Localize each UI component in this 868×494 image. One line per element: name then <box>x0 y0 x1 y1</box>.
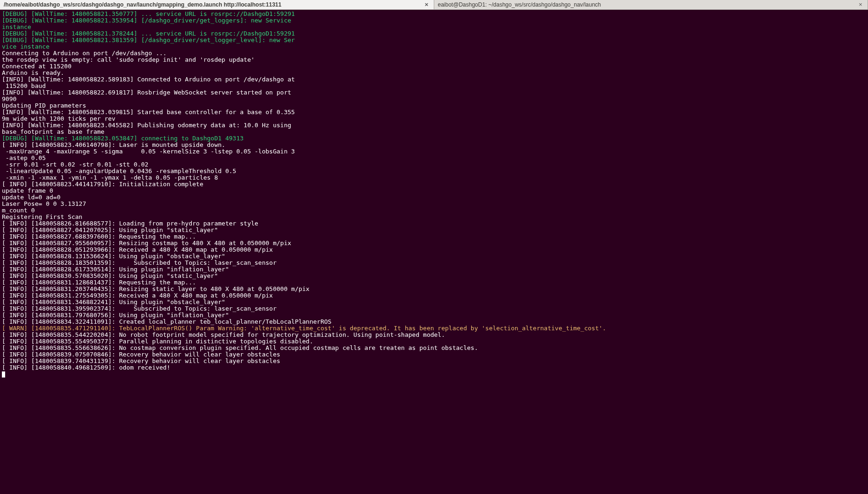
log-line: update ld=0 ad=0 <box>2 194 866 201</box>
log-line: [INFO] [WallTime: 1480058823.045582] Pub… <box>2 122 866 129</box>
log-line: [DEBUG] [WallTime: 1480058821.350777] ..… <box>2 11 866 17</box>
log-line: [DEBUG] [WallTime: 1480058821.381359] [/… <box>2 37 866 44</box>
log-line: [ INFO] [1480058828.617330514]: Using pl… <box>2 266 866 273</box>
prompt-line[interactable] <box>2 371 866 378</box>
log-line: instance <box>2 24 866 30</box>
log-line: m_count 0 <box>2 207 866 214</box>
terminal-tab-1[interactable]: /home/eaibot/dashgo_ws/src/dashgo/dashgo… <box>0 0 434 9</box>
log-line: [ INFO] [1480058835.554950377]: Parallel… <box>2 338 866 345</box>
log-line: Laser Pose= 0 0 3.13127 <box>2 201 866 207</box>
log-line: [ INFO] [1480058840.496812509]: odom rec… <box>2 364 866 371</box>
log-line: [DEBUG] [WallTime: 1480058821.353954] [/… <box>2 17 866 24</box>
tab-bar: /home/eaibot/dashgo_ws/src/dashgo/dashgo… <box>0 0 868 10</box>
terminal-tab-2[interactable]: eaibot@DashgoD1: ~/dashgo_ws/src/dashgo/… <box>434 0 868 9</box>
log-line: [ INFO] [1480058831.395902374]: Subscrib… <box>2 305 866 312</box>
log-line: base_footprint as base frame <box>2 129 866 135</box>
log-line: -maxUrange 4 -maxUrange 5 -sigma 0.05 -k… <box>2 148 866 155</box>
tab-title: /home/eaibot/dashgo_ws/src/dashgo/dashgo… <box>4 1 421 8</box>
log-line: 9m wide with 1200 ticks per rev <box>2 116 866 122</box>
log-line: [ INFO] [1480058831.797680756]: Using pl… <box>2 312 866 319</box>
log-line: [ WARN] [1480058835.471291140]: TebLocal… <box>2 325 866 332</box>
log-line: the rosdep view is empty: call 'sudo ros… <box>2 57 866 63</box>
log-line: [ INFO] [1480058835.556638626]: No costm… <box>2 345 866 351</box>
log-line: [DEBUG] [WallTime: 1480058823.053847] co… <box>2 135 866 142</box>
terminal-output[interactable]: [DEBUG] [WallTime: 1480058821.350777] ..… <box>0 10 868 378</box>
tab-title: eaibot@DashgoD1: ~/dashgo_ws/src/dashgo/… <box>438 1 855 8</box>
log-line: -xmin -1 -xmax 1 -ymin -1 -ymax 1 -delta… <box>2 174 866 181</box>
log-line: [INFO] [WallTime: 1480058822.589183] Con… <box>2 76 866 83</box>
log-line: [ INFO] [1480058830.570835020]: Using pl… <box>2 273 866 279</box>
log-line: [ INFO] [1480058828.051293966]: Received… <box>2 247 866 253</box>
close-icon[interactable]: × <box>423 1 430 8</box>
log-line: [ INFO] [1480058823.406140798]: Laser is… <box>2 142 866 148</box>
log-line: [ INFO] [1480058839.740431139]: Recovery… <box>2 358 866 364</box>
log-line: -astep 0.05 <box>2 155 866 161</box>
log-line: [ INFO] [1480058828.183501359]: Subscrib… <box>2 260 866 266</box>
log-line: [ INFO] [1480058831.275549305]: Received… <box>2 292 866 299</box>
log-line: [ INFO] [1480058827.955600957]: Resizing… <box>2 240 866 247</box>
log-line: -srr 0.01 -srt 0.02 -str 0.01 -stt 0.02 <box>2 161 866 168</box>
log-line: [ INFO] [1480058835.544220204]: No robot… <box>2 332 866 338</box>
close-icon[interactable]: × <box>857 1 864 8</box>
log-line: [DEBUG] [WallTime: 1480058821.378244] ..… <box>2 30 866 37</box>
log-line: vice instance <box>2 44 866 50</box>
log-line: [ INFO] [1480058823.441417910]: Initiali… <box>2 181 866 188</box>
log-line: 115200 baud <box>2 83 866 89</box>
log-line: [INFO] [WallTime: 1480058823.039815] Sta… <box>2 109 866 116</box>
log-line: Arduino is ready. <box>2 70 866 76</box>
log-line: Registering First Scan <box>2 214 866 220</box>
log-line: [ INFO] [1480058827.041207025]: Using pl… <box>2 227 866 233</box>
log-line: [ INFO] [1480058831.128681437]: Requesti… <box>2 279 866 286</box>
log-line: [ INFO] [1480058834.322411091]: Created … <box>2 319 866 325</box>
log-line: update frame 0 <box>2 188 866 194</box>
log-line: Connected at 115200 <box>2 63 866 70</box>
log-line: [ INFO] [1480058828.131536624]: Using pl… <box>2 253 866 260</box>
log-line: Connecting to Arduino on port /dev/dashg… <box>2 50 866 57</box>
log-line: [ INFO] [1480058827.688397600]: Requesti… <box>2 233 866 240</box>
log-line: [ INFO] [1480058831.203740435]: Resizing… <box>2 286 866 292</box>
log-line: [ INFO] [1480058831.346882241]: Using pl… <box>2 299 866 305</box>
log-line: -linearUpdate 0.05 -angularUpdate 0.0436… <box>2 168 866 174</box>
log-line: Updating PID parameters <box>2 102 866 109</box>
log-line: 9090 <box>2 96 866 102</box>
log-line: [ INFO] [1480058826.816688577]: Loading … <box>2 220 866 227</box>
log-line: [INFO] [WallTime: 1480058822.691817] Ros… <box>2 89 866 96</box>
log-line: [ INFO] [1480058839.075070846]: Recovery… <box>2 351 866 358</box>
cursor <box>2 371 5 378</box>
